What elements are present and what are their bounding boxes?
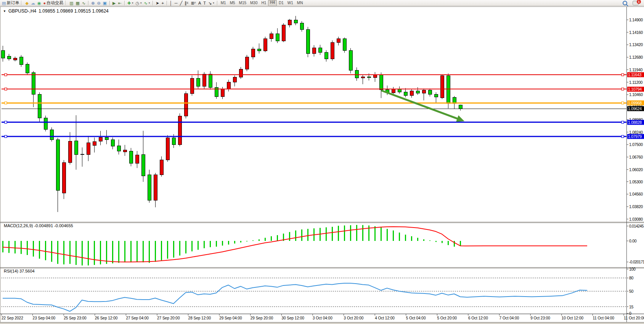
date-axis-label: 30 Sep 12:00	[281, 316, 304, 320]
date-axis-label: 29 Sep 20:00	[251, 316, 273, 320]
chart-shift-button[interactable]: ⇤	[117, 0, 122, 6]
price-axis-tick: 1.04560	[629, 192, 643, 196]
date-axis-label: 6 Oct 12:00	[468, 316, 488, 320]
date-axis-label: 11 Oct 20:00	[624, 316, 644, 320]
notification-badge: 1	[637, 0, 641, 4]
fibonacci-icon: ≣	[191, 0, 194, 6]
horizontal-line-icon: ─	[175, 0, 178, 6]
rsi-axis-tick: 0	[629, 311, 631, 316]
add-indicator-icon: ✚	[127, 0, 131, 6]
signal-icon: ◉	[37, 0, 41, 6]
macd-indicator-label: MACD(12,26,9) -0.004891 -0.004655	[4, 223, 73, 228]
price-axis-tick: 1.03080	[629, 217, 643, 221]
arrows-button[interactable]: ↘▾	[207, 0, 215, 6]
timeframe-button-m5[interactable]: M5	[228, 0, 237, 6]
templates-button[interactable]: ∿▾	[143, 0, 151, 6]
clock-icon: ◷	[135, 0, 139, 6]
candlesticks	[1, 16, 462, 212]
line-chart-button[interactable]: ∿	[81, 0, 87, 6]
crosshair-button[interactable]: +	[161, 0, 165, 6]
timeframe-button-m15[interactable]: M15	[237, 0, 248, 6]
collapse-chart-icon[interactable]: ▼	[3, 10, 6, 13]
trendline-icon: ╱	[180, 0, 183, 6]
auto-scroll-button[interactable]: ▶	[111, 0, 117, 6]
cursor-icon: ➤	[156, 0, 159, 6]
signals-button[interactable]: ◉	[36, 0, 42, 6]
tile-windows-button[interactable]: ▣	[102, 0, 108, 6]
price-axis-tick: 1.12680	[629, 55, 643, 59]
trendline-button[interactable]: ╱	[179, 0, 184, 6]
chat-bubble-icon[interactable]: 1	[633, 1, 639, 5]
horizontal-line-button[interactable]: ─	[173, 0, 179, 6]
price-axis-tick: 1.06020	[629, 167, 643, 172]
chevron-down-icon: ▾	[213, 2, 214, 5]
price-axis-tick: 1.07500	[629, 142, 643, 147]
date-axis-label: 27 Sep 04:00	[126, 316, 149, 320]
timeframe-button-h1[interactable]: H1	[259, 0, 268, 6]
zoom-out-button[interactable]: ⊖	[96, 0, 101, 6]
date-axis-label: 9 Oct 23:00	[530, 316, 550, 320]
crosshair-icon: +	[162, 0, 164, 6]
toolbar-separator	[167, 1, 167, 5]
price-axis-tick: 1.03820	[629, 204, 643, 209]
rsi-axis-tick: 15	[629, 305, 633, 309]
date-axis-label: 27 Sep 20:00	[157, 316, 180, 320]
auto-trading-icon: ●	[43, 0, 46, 6]
horizontal-lines[interactable]	[2, 74, 626, 138]
date-axis-label: 4 Oct 12:00	[375, 316, 395, 320]
timeframe-button-mn[interactable]: MN	[295, 0, 305, 6]
price-line-badge: 1.11643	[627, 72, 644, 77]
equidistant-channel-button[interactable]: ∥E	[183, 0, 190, 6]
price-axis-tick: 1.14160	[629, 30, 643, 35]
date-axis-label: 28 Sep 12:00	[188, 316, 211, 320]
text-label-button[interactable]: T	[202, 0, 207, 6]
auto-trading-button[interactable]: ●自动交易	[42, 0, 64, 6]
cursor-button[interactable]: ➤	[154, 0, 160, 6]
toolbar-separator	[124, 1, 125, 5]
cloud-icon: ☁	[31, 0, 35, 6]
macd-axis-tick: 0.014245	[629, 224, 644, 228]
toolbar-separator	[109, 1, 110, 5]
date-axis-label: 23 Sep 04:00	[33, 316, 56, 320]
line-chart-icon: ∿	[82, 0, 85, 6]
tile-windows-icon: ▣	[103, 0, 107, 6]
zoom-in-icon: ⊕	[91, 0, 95, 6]
toolbar-separator	[88, 1, 88, 5]
timeframe-button-m30[interactable]: M30	[248, 0, 259, 6]
chart-title: ▼ GBPUSD-,H4 1.09855 1.09869 1.09515 1.0…	[3, 8, 109, 14]
chart-canvas[interactable]	[0, 0, 644, 324]
vertical-line-button[interactable]: │	[169, 0, 173, 6]
date-axis-label: 7 Oct 04:00	[499, 316, 519, 320]
main-toolbar: ▤新订单◆☁◉●自动交易▥▦∿⊕⊖▣▶⇤✚▾◷▾∿▾➤+│─╱∥E≣FAT↘▾M…	[0, 0, 644, 6]
bar-chart-button[interactable]: ▥	[68, 0, 74, 6]
timeframe-button-m1[interactable]: M1	[219, 0, 228, 6]
timeframe-button-w1[interactable]: W1	[286, 0, 295, 6]
trend-arrow[interactable]	[382, 91, 464, 122]
text-label-icon: T	[203, 0, 206, 6]
auto-scroll-icon: ▶	[112, 0, 116, 6]
timeframe-button-d1[interactable]: D1	[277, 0, 286, 6]
price-axis-tick: 1.11940	[629, 67, 642, 72]
toolbar-separator	[217, 1, 217, 5]
community-button[interactable]: ☁	[30, 0, 36, 6]
timeframe-button-h4[interactable]: H4	[268, 0, 277, 6]
chart-ohlc-values: 1.09855 1.09869 1.09515 1.09624	[39, 8, 109, 14]
fibonacci-icon-letter: F	[194, 2, 196, 4]
text-button[interactable]: A	[197, 0, 202, 6]
zoom-in-button[interactable]: ⊕	[90, 0, 96, 6]
date-axis-label: 26 Sep 12:00	[95, 316, 118, 320]
search-icon[interactable]	[623, 1, 627, 5]
date-axis-label: 5 Oct 04:00	[406, 316, 426, 320]
vertical-line-icon: │	[170, 0, 172, 6]
candlestick-chart-button[interactable]: ▦	[75, 0, 81, 6]
cube-icon: ◆	[25, 0, 28, 6]
indicators-button[interactable]: ✚▾	[126, 0, 135, 6]
price-axis-tick: 1.10460	[629, 92, 643, 97]
toolbar-right-icons: 1	[623, 1, 644, 5]
fibonacci-button[interactable]: ≣F	[190, 0, 197, 6]
date-axis-label: 29 Sep 04:00	[219, 316, 242, 320]
date-axis-label: 5 Oct 20:00	[437, 316, 457, 320]
market-button[interactable]: ◆	[24, 0, 29, 6]
new-order-button[interactable]: ▤新订单	[1, 0, 20, 6]
periods-button[interactable]: ◷▾	[134, 0, 143, 6]
